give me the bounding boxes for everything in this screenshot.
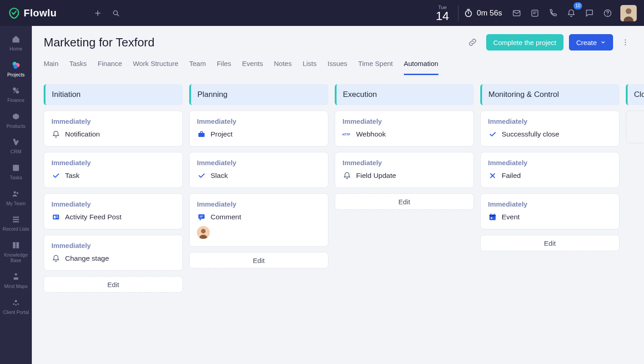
http-icon: HTTP xyxy=(342,130,352,139)
date-display[interactable]: Tue 14 xyxy=(436,5,449,22)
sidebar-item-knowledgebase[interactable]: Knowledge Base xyxy=(0,237,32,268)
sidebar-item-recordlists[interactable]: Record Lists xyxy=(0,211,32,237)
tab-time-spent[interactable]: Time Spent xyxy=(358,56,393,75)
automation-card[interactable]: ImmediatelyActivity Feed Post xyxy=(44,193,183,229)
link-button[interactable] xyxy=(464,34,481,51)
svg-point-0 xyxy=(113,10,117,15)
edit-column-button[interactable]: Edit xyxy=(335,193,474,210)
svg-point-20 xyxy=(15,300,17,302)
sidebar-item-label: My Team xyxy=(6,201,25,207)
check-icon xyxy=(488,130,497,139)
search-button[interactable] xyxy=(107,4,125,22)
svg-rect-38 xyxy=(491,214,492,216)
sidebar-item-myteam[interactable]: My Team xyxy=(0,185,32,211)
check-icon xyxy=(51,171,60,180)
create-button[interactable]: Create xyxy=(569,34,613,51)
logo[interactable]: Flowlu xyxy=(8,7,57,19)
tab-work-structure[interactable]: Work Structure xyxy=(133,56,178,75)
edit-column-button[interactable]: Edit xyxy=(480,235,619,251)
svg-rect-16 xyxy=(13,219,19,220)
card-trigger: Immediately xyxy=(488,200,612,208)
column-header[interactable]: Closed s xyxy=(626,84,644,105)
complete-project-button[interactable]: Complete the project xyxy=(486,34,564,51)
column-header[interactable]: Initiation xyxy=(44,84,183,105)
sidebar-item-projects[interactable]: Projects xyxy=(0,56,32,82)
sidebar-item-products[interactable]: Products xyxy=(0,108,32,134)
sidebar-item-label: Client Portal xyxy=(3,309,29,315)
svg-rect-17 xyxy=(13,221,19,222)
automation-card[interactable]: ImmediatelyComment xyxy=(189,193,328,247)
svg-point-14 xyxy=(16,192,18,194)
sidebar-item-label: Tasks xyxy=(10,175,22,181)
column-header[interactable]: Planning xyxy=(189,84,328,105)
automation-card[interactable]: ImmediatelyTask xyxy=(44,152,183,188)
more-menu-button[interactable] xyxy=(619,34,632,51)
tab-main[interactable]: Main xyxy=(44,56,59,75)
chat-button[interactable] xyxy=(580,4,599,22)
user-avatar[interactable] xyxy=(620,5,637,21)
empty-card-placeholder[interactable] xyxy=(626,111,644,143)
automation-card[interactable]: ImmediatelyFailed xyxy=(480,152,619,188)
card-action-label: Webhook xyxy=(356,130,386,138)
note-button[interactable] xyxy=(526,4,544,22)
board-scroll[interactable]: InitiationImmediatelyNotificationImmedia… xyxy=(32,75,644,364)
card-action-label: Task xyxy=(65,172,80,180)
automation-card[interactable]: ImmediatelyEvent xyxy=(480,193,619,229)
sidebar-item-clientportal[interactable]: Client Portal xyxy=(0,294,32,320)
column-header[interactable]: Execution xyxy=(335,84,474,105)
sidebar-item-label: Projects xyxy=(7,72,25,78)
sidebar-item-home[interactable]: Home xyxy=(0,30,32,56)
svg-rect-19 xyxy=(14,278,18,280)
tab-files[interactable]: Files xyxy=(217,56,231,75)
svg-point-10 xyxy=(13,88,16,91)
card-trigger: Immediately xyxy=(51,200,175,208)
svg-point-13 xyxy=(14,191,16,193)
add-button[interactable] xyxy=(89,4,107,22)
automation-card[interactable]: ImmediatelyHTTPWebhook xyxy=(335,111,474,147)
main-content: Marketing for Texford Complete the proje… xyxy=(32,26,644,364)
tabs: MainTasksFinanceWork StructureTeamFilesE… xyxy=(44,56,632,75)
card-action-label: Notification xyxy=(65,130,100,138)
sidebar-item-tasks[interactable]: Tasks xyxy=(0,159,32,185)
svg-point-25 xyxy=(625,42,626,43)
automation-card[interactable]: ImmediatelyProject xyxy=(189,111,328,147)
automation-card[interactable]: ImmediatelySuccessfully close xyxy=(480,111,619,147)
automation-card[interactable]: ImmediatelySlack xyxy=(189,152,328,188)
timer[interactable]: 0m 56s xyxy=(464,9,502,18)
notifications-button[interactable]: 10 xyxy=(562,4,580,22)
search-icon xyxy=(112,9,120,17)
tab-notes[interactable]: Notes xyxy=(274,56,292,75)
svg-point-22 xyxy=(17,303,19,304)
chat-icon xyxy=(585,9,594,18)
column-header[interactable]: Monitoring & Control xyxy=(480,84,619,105)
edit-column-button[interactable]: Edit xyxy=(189,252,328,268)
tab-tasks[interactable]: Tasks xyxy=(70,56,87,75)
x-icon xyxy=(488,171,497,180)
card-action-label: Field Update xyxy=(356,172,396,180)
tab-team[interactable]: Team xyxy=(189,56,206,75)
automation-card[interactable]: ImmediatelyChange stage xyxy=(44,235,183,271)
card-action-label: Change stage xyxy=(65,254,109,263)
sidebar-item-crm[interactable]: CRM xyxy=(0,133,32,159)
tab-events[interactable]: Events xyxy=(242,56,263,75)
card-action-label: Event xyxy=(502,213,520,221)
mail-button[interactable] xyxy=(508,4,526,22)
sidebar-item-mindmaps[interactable]: Mind Maps xyxy=(0,268,32,294)
page-header: Marketing for Texford Complete the proje… xyxy=(32,26,644,75)
help-button[interactable] xyxy=(599,4,617,22)
tab-lists[interactable]: Lists xyxy=(302,56,317,75)
tab-issues[interactable]: Issues xyxy=(327,56,347,75)
tab-automation[interactable]: Automation xyxy=(404,56,438,75)
phone-button[interactable] xyxy=(544,4,562,22)
top-header: Flowlu Tue 14 0m 56s 10 xyxy=(0,0,644,26)
column-monitoring-control: Monitoring & ControlImmediatelySuccessfu… xyxy=(480,84,619,293)
edit-column-button[interactable]: Edit xyxy=(44,276,183,293)
sidebar-item-finance[interactable]: Finance xyxy=(0,82,32,108)
link-icon xyxy=(468,37,478,47)
bell-icon xyxy=(567,9,576,18)
svg-rect-27 xyxy=(53,215,59,220)
products-icon xyxy=(11,111,21,121)
automation-card[interactable]: ImmediatelyNotification xyxy=(44,111,183,147)
automation-card[interactable]: ImmediatelyField Update xyxy=(335,152,474,188)
tab-finance[interactable]: Finance xyxy=(98,56,122,75)
